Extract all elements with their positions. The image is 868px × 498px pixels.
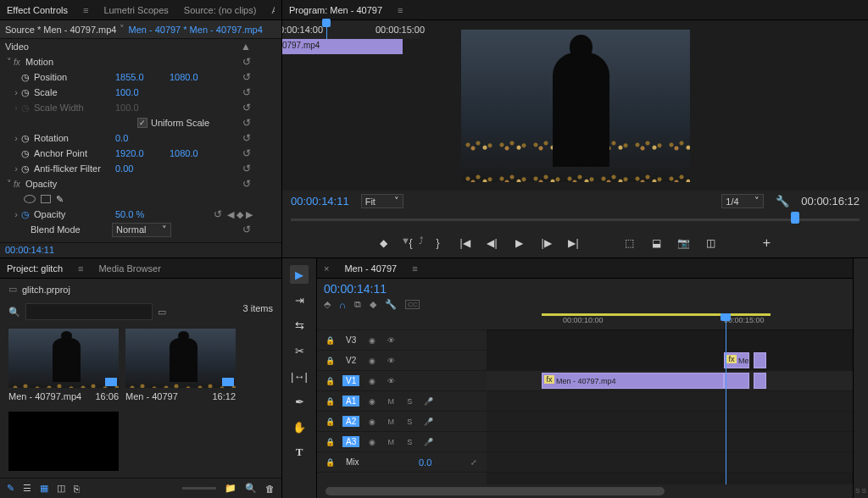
project-item[interactable]: Men - 4079716:12	[125, 329, 236, 401]
camera-icon[interactable]: 📷	[676, 235, 692, 251]
step-back-icon[interactable]: ◀|	[485, 235, 500, 251]
track-a2[interactable]	[487, 412, 868, 432]
track-header-a1[interactable]: 🔒A1◉MS🎤	[317, 391, 487, 412]
lock-icon[interactable]: 🔒	[324, 396, 336, 407]
reset-icon[interactable]: ↺	[242, 86, 251, 98]
tab-project[interactable]: Project: glitch	[7, 263, 63, 274]
tab-program[interactable]: Program: Men - 40797	[289, 5, 382, 15]
antiflicker-value[interactable]: 0.00	[115, 163, 158, 174]
toggle-output-icon[interactable]: ◉	[366, 375, 378, 387]
stopwatch-icon[interactable]: ◷	[20, 133, 31, 143]
track-header-v2[interactable]: 🔒V2◉👁	[317, 351, 487, 371]
track-v3[interactable]	[487, 330, 868, 351]
hamburger-icon[interactable]: ≡	[398, 5, 403, 15]
add-icon[interactable]: +	[760, 235, 775, 251]
zoom-slider[interactable]	[182, 487, 216, 490]
mic-icon[interactable]: 🎤	[422, 436, 434, 448]
lift-icon[interactable]: ⬚	[622, 235, 637, 251]
mic-icon[interactable]: 🎤	[422, 416, 434, 428]
cc-icon[interactable]: CC	[405, 300, 420, 309]
toggle-output-icon[interactable]: ◉	[366, 416, 378, 428]
program-timecode[interactable]: 00:00:14:11	[291, 195, 349, 208]
reset-icon[interactable]: ↺	[242, 163, 251, 174]
new-bin-icon[interactable]: 📁	[225, 483, 236, 494]
timeline-playhead[interactable]	[726, 313, 726, 484]
opacity-value[interactable]: 50.0 %	[115, 209, 158, 219]
tab-audio-mixer[interactable]: Audio Clip Mixer: Men - 40797	[271, 5, 275, 15]
timeline-ruler[interactable]: 00:00:10:0000:00:15:0000:00:20:00	[487, 313, 868, 330]
toggle-output-icon[interactable]: ◉	[366, 396, 378, 407]
ripple-tool-icon[interactable]: ⇆	[290, 316, 309, 335]
reset-icon[interactable]: ↺	[242, 178, 251, 190]
lock-icon[interactable]: 🔒	[324, 355, 336, 367]
timeline-zoom-scroll[interactable]	[317, 484, 868, 498]
timeline-clip[interactable]	[724, 373, 749, 389]
hamburger-icon[interactable]: ≡	[83, 5, 88, 15]
settings-icon[interactable]: 🔧	[385, 299, 397, 310]
reset-icon[interactable]: ↺	[214, 208, 222, 220]
snap-icon[interactable]: ∩	[339, 300, 346, 310]
icon-view-icon[interactable]: ▦	[40, 483, 48, 494]
slip-tool-icon[interactable]: |↔|	[290, 367, 309, 385]
opacity-group[interactable]: ˅fxOpacity↺	[0, 176, 256, 191]
rect-mask-icon[interactable]	[41, 195, 51, 203]
pen-mask-icon[interactable]: ✎	[56, 194, 64, 205]
tab-effect-controls[interactable]: Effect Controls	[7, 5, 68, 15]
new-item-icon[interactable]: ✎	[7, 483, 14, 494]
trash-icon[interactable]: 🗑	[265, 484, 275, 494]
play-icon[interactable]: ▶	[512, 235, 527, 251]
blend-mode-select[interactable]: Normal˅	[112, 223, 171, 237]
reset-icon[interactable]: ↺	[242, 132, 251, 144]
stopwatch-icon[interactable]: ◷	[20, 72, 31, 82]
fx-timecode[interactable]: 00:00:14:11	[5, 245, 54, 255]
go-out-icon[interactable]: ▶|	[566, 235, 581, 251]
program-scrubber[interactable]	[291, 212, 860, 229]
project-item[interactable]	[8, 412, 119, 471]
lock-icon[interactable]: 🔒	[324, 335, 336, 346]
toggle-output-icon[interactable]: ◉	[366, 335, 378, 346]
lock-icon[interactable]: 🔒	[324, 456, 336, 468]
filter-icon[interactable]: ▼	[401, 235, 410, 252]
stopwatch-icon[interactable]: ◷	[20, 87, 31, 97]
linked-icon[interactable]: ⧉	[354, 299, 361, 310]
reset-icon[interactable]: ↺	[242, 56, 251, 68]
tab-media-browser[interactable]: Media Browser	[98, 263, 160, 274]
track-header-mix[interactable]: 🔒Mix0.0⤢	[317, 452, 487, 473]
go-in-icon[interactable]: |◀	[458, 235, 473, 251]
eye-icon[interactable]: 👁	[385, 375, 397, 387]
reset-icon[interactable]: ↺	[242, 117, 251, 129]
mic-icon[interactable]: 🎤	[422, 396, 434, 407]
stopwatch-icon[interactable]: ◷	[20, 163, 31, 174]
track-a1[interactable]	[487, 391, 868, 412]
toggle-output-icon[interactable]: ◉	[366, 355, 378, 367]
ellipse-mask-icon[interactable]	[24, 195, 36, 203]
lock-icon[interactable]: 🔒	[324, 436, 336, 448]
timeline-clip[interactable]: fxMe	[724, 352, 749, 368]
selection-tool-icon[interactable]: ▶	[290, 265, 309, 284]
reset-icon[interactable]: ↺	[242, 102, 251, 113]
hand-tool-icon[interactable]: ✋	[290, 418, 309, 436]
pin-icon[interactable]: ⤴	[419, 235, 424, 252]
bracket-icon[interactable]: }	[431, 235, 446, 251]
timeline-canvas[interactable]: 00:00:10:0000:00:15:0000:00:20:00 fxMe f…	[487, 313, 868, 484]
position-y[interactable]: 1080.0	[170, 72, 212, 82]
track-a3[interactable]	[487, 432, 868, 452]
reset-icon[interactable]: ↺	[242, 224, 251, 235]
eye-icon[interactable]: 👁	[385, 355, 397, 367]
track-header-a2[interactable]: 🔒A2◉MS🎤	[317, 412, 487, 432]
stopwatch-icon[interactable]: ◷	[20, 209, 31, 219]
motion-group[interactable]: ˅fxMotion↺	[0, 54, 256, 69]
search-icon[interactable]: 🔍	[8, 307, 20, 318]
reset-icon[interactable]: ↺	[242, 147, 251, 159]
track-select-tool-icon[interactable]: ⇥	[290, 290, 309, 309]
list-view-icon[interactable]: ☰	[23, 483, 31, 494]
step-fwd-icon[interactable]: |▶	[539, 235, 554, 251]
anchor-y[interactable]: 1080.0	[170, 148, 212, 158]
type-tool-icon[interactable]: T	[290, 443, 309, 462]
compare-icon[interactable]: ◫	[704, 235, 719, 251]
fx-clip-bar[interactable]: Men - 40797.mp4	[282, 39, 403, 54]
filter-bin-icon[interactable]: ▭	[158, 307, 166, 318]
toggle-output-icon[interactable]: ◉	[366, 436, 378, 448]
track-header-v3[interactable]: 🔒V3◉👁	[317, 330, 487, 351]
scale-value[interactable]: 100.0	[115, 87, 158, 97]
